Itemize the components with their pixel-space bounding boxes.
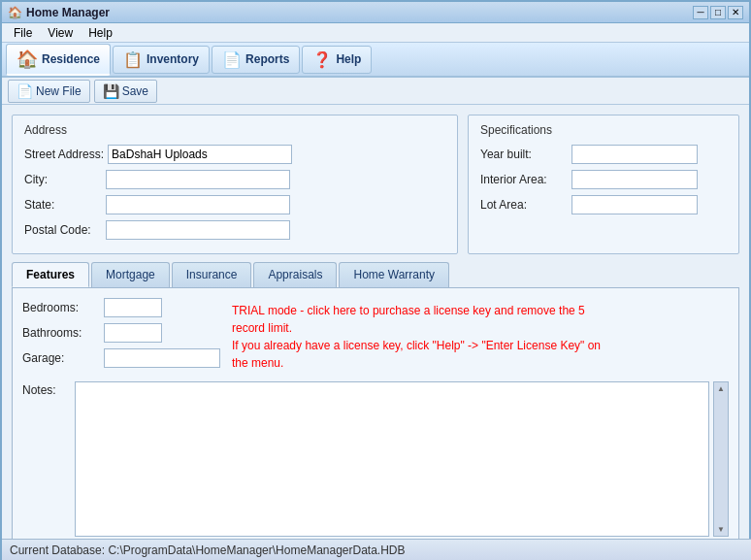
new-file-label: New File	[36, 84, 82, 98]
minimize-button[interactable]: ─	[693, 6, 708, 19]
state-row: State:	[24, 195, 445, 214]
tab-mortgage[interactable]: Mortgage	[91, 262, 170, 287]
state-input[interactable]	[106, 195, 290, 214]
tab-content-features: Bedrooms: Bathrooms: Garage:	[12, 288, 739, 547]
status-bar: Current Database: C:\ProgramData\HomeMan…	[2, 539, 751, 560]
city-input[interactable]	[106, 170, 290, 189]
postal-code-label: Postal Code:	[24, 223, 102, 237]
scroll-up-arrow[interactable]: ▲	[715, 382, 727, 395]
year-built-input[interactable]	[571, 145, 698, 164]
bedrooms-input[interactable]	[104, 298, 162, 317]
specs-title: Specifications	[480, 123, 727, 137]
specs-section: Specifications Year built: Interior Area…	[468, 115, 739, 254]
notes-label: Notes:	[22, 381, 71, 537]
help-icon: ❓	[312, 50, 332, 69]
residence-icon: 🏠	[16, 49, 38, 70]
street-address-label: Street Address:	[24, 148, 104, 161]
nav-toolbar: 🏠 Residence 📋 Inventory 📄 Reports ❓ Help	[2, 43, 749, 78]
window-controls: ─ □ ✕	[693, 6, 743, 19]
city-label: City:	[24, 173, 102, 186]
nav-residence-label: Residence	[42, 52, 100, 66]
tabs-bar: Features Mortgage Insurance Appraisals H…	[12, 262, 739, 288]
nav-inventory[interactable]: 📋 Inventory	[113, 46, 210, 74]
street-address-row: Street Address:	[24, 145, 445, 164]
lot-area-row: Lot Area:	[480, 195, 727, 214]
nav-reports-label: Reports	[245, 52, 289, 66]
save-label: Save	[122, 84, 148, 98]
close-button[interactable]: ✕	[728, 6, 743, 19]
state-label: State:	[24, 198, 102, 212]
bathrooms-label: Bathrooms:	[22, 326, 100, 340]
nav-help[interactable]: ❓ Help	[302, 46, 372, 74]
tab-appraisals[interactable]: Appraisals	[253, 262, 337, 287]
address-section: Address Street Address: City: State: Pos…	[12, 115, 458, 254]
tab-home-warranty[interactable]: Home Warranty	[339, 262, 449, 287]
menu-help[interactable]: Help	[81, 24, 120, 42]
year-built-row: Year built:	[480, 145, 727, 164]
app-icon: 🏠	[8, 6, 21, 19]
address-title: Address	[24, 123, 445, 137]
maximize-button[interactable]: □	[710, 6, 726, 19]
reports-icon: 📄	[222, 50, 242, 69]
nav-inventory-label: Inventory	[147, 52, 199, 66]
inventory-icon: 📋	[123, 50, 143, 69]
features-grid: Bedrooms: Bathrooms: Garage:	[22, 298, 729, 376]
main-content: Address Street Address: City: State: Pos…	[2, 105, 749, 557]
lot-area-label: Lot Area:	[480, 198, 568, 212]
street-address-input[interactable]	[108, 145, 292, 164]
menu-view[interactable]: View	[40, 24, 81, 42]
nav-help-label: Help	[336, 52, 361, 66]
lot-area-input[interactable]	[571, 195, 698, 214]
scrollbar[interactable]: ▲ ▼	[713, 381, 729, 537]
save-button[interactable]: 💾 Save	[94, 80, 157, 103]
action-bar: 📄 New File 💾 Save	[2, 78, 749, 105]
tabs-container: Features Mortgage Insurance Appraisals H…	[12, 262, 739, 547]
menu-file[interactable]: File	[6, 24, 40, 42]
menu-bar: File View Help	[2, 23, 749, 43]
city-row: City:	[24, 170, 445, 189]
bedrooms-row: Bedrooms:	[22, 298, 220, 317]
year-built-label: Year built:	[480, 148, 568, 161]
postal-code-row: Postal Code:	[24, 220, 445, 240]
status-text: Current Database: C:\ProgramData\HomeMan…	[10, 544, 406, 557]
postal-code-input[interactable]	[106, 220, 290, 240]
trial-line1[interactable]: TRIAL mode - click here to purchase a li…	[232, 302, 612, 337]
scroll-down-arrow[interactable]: ▼	[715, 523, 727, 536]
notes-section: Notes: ▲ ▼	[22, 381, 729, 537]
bedrooms-label: Bedrooms:	[22, 301, 100, 314]
nav-reports[interactable]: 📄 Reports	[212, 46, 300, 74]
trial-message[interactable]: TRIAL mode - click here to purchase a li…	[228, 298, 616, 376]
interior-area-input[interactable]	[571, 170, 698, 189]
nav-residence[interactable]: 🏠 Residence	[6, 44, 111, 76]
bathrooms-row: Bathrooms:	[22, 323, 220, 343]
garage-label: Garage:	[22, 351, 100, 365]
bathrooms-input[interactable]	[104, 323, 162, 343]
form-sections: Address Street Address: City: State: Pos…	[12, 115, 739, 254]
new-file-icon: 📄	[16, 83, 33, 99]
garage-row: Garage:	[22, 348, 220, 368]
new-file-button[interactable]: 📄 New File	[8, 80, 90, 103]
title-bar: 🏠 Home Manager ─ □ ✕	[2, 2, 749, 23]
tab-features[interactable]: Features	[12, 262, 89, 287]
garage-input[interactable]	[104, 348, 220, 368]
tab-insurance[interactable]: Insurance	[172, 262, 252, 287]
trial-line2: If you already have a license key, click…	[232, 337, 612, 372]
notes-input[interactable]	[75, 381, 709, 537]
interior-area-row: Interior Area:	[480, 170, 727, 189]
window-title: Home Manager	[26, 6, 693, 19]
interior-area-label: Interior Area:	[480, 173, 568, 186]
features-left: Bedrooms: Bathrooms: Garage:	[22, 298, 220, 376]
save-icon: 💾	[103, 83, 119, 99]
